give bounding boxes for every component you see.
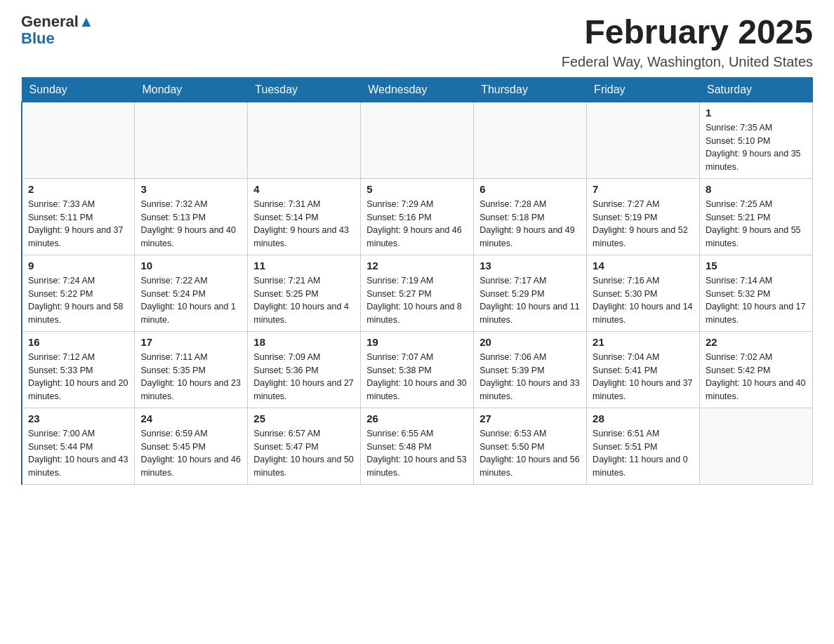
day-number: 1 bbox=[706, 107, 807, 119]
calendar-table: SundayMondayTuesdayWednesdayThursdayFrid… bbox=[21, 77, 813, 485]
calendar-cell: 19Sunrise: 7:07 AMSunset: 5:38 PMDayligh… bbox=[361, 331, 474, 408]
calendar-cell: 24Sunrise: 6:59 AMSunset: 5:45 PMDayligh… bbox=[135, 408, 248, 484]
calendar-cell: 12Sunrise: 7:19 AMSunset: 5:27 PMDayligh… bbox=[361, 255, 474, 331]
calendar-week-row: 2Sunrise: 7:33 AMSunset: 5:11 PMDaylight… bbox=[22, 178, 813, 255]
day-number: 21 bbox=[593, 336, 694, 348]
calendar-week-row: 16Sunrise: 7:12 AMSunset: 5:33 PMDayligh… bbox=[22, 331, 813, 408]
day-number: 6 bbox=[479, 183, 581, 195]
calendar-cell: 28Sunrise: 6:51 AMSunset: 5:51 PMDayligh… bbox=[587, 408, 700, 484]
day-number: 14 bbox=[593, 260, 694, 271]
calendar-cell: 9Sunrise: 7:24 AMSunset: 5:22 PMDaylight… bbox=[22, 255, 135, 331]
calendar-cell: 20Sunrise: 7:06 AMSunset: 5:39 PMDayligh… bbox=[474, 331, 587, 408]
logo-general: General▲ bbox=[21, 14, 94, 29]
calendar-cell: 10Sunrise: 7:22 AMSunset: 5:24 PMDayligh… bbox=[135, 255, 248, 331]
calendar-cell bbox=[248, 102, 361, 178]
day-info: Sunrise: 7:00 AMSunset: 5:44 PMDaylight:… bbox=[28, 427, 128, 480]
day-info: Sunrise: 6:55 AMSunset: 5:48 PMDaylight:… bbox=[366, 427, 468, 480]
calendar-week-row: 9Sunrise: 7:24 AMSunset: 5:22 PMDaylight… bbox=[22, 255, 813, 331]
calendar-cell: 15Sunrise: 7:14 AMSunset: 5:32 PMDayligh… bbox=[700, 255, 813, 331]
day-number: 17 bbox=[140, 336, 241, 348]
calendar-cell: 7Sunrise: 7:27 AMSunset: 5:19 PMDaylight… bbox=[587, 178, 700, 255]
logo-triangle-icon: ▲ bbox=[79, 14, 94, 29]
calendar-cell: 11Sunrise: 7:21 AMSunset: 5:25 PMDayligh… bbox=[248, 255, 361, 331]
day-info: Sunrise: 6:51 AMSunset: 5:51 PMDaylight:… bbox=[593, 427, 694, 480]
calendar-cell: 18Sunrise: 7:09 AMSunset: 5:36 PMDayligh… bbox=[248, 331, 361, 408]
day-number: 15 bbox=[706, 260, 807, 271]
day-info: Sunrise: 7:33 AMSunset: 5:11 PMDaylight:… bbox=[28, 198, 128, 250]
calendar-cell: 25Sunrise: 6:57 AMSunset: 5:47 PMDayligh… bbox=[248, 408, 361, 484]
calendar-cell: 3Sunrise: 7:32 AMSunset: 5:13 PMDaylight… bbox=[135, 178, 248, 255]
day-number: 27 bbox=[479, 412, 581, 424]
month-title: February 2025 bbox=[562, 14, 813, 51]
calendar-cell: 27Sunrise: 6:53 AMSunset: 5:50 PMDayligh… bbox=[474, 408, 587, 484]
day-number: 16 bbox=[28, 336, 128, 348]
day-number: 9 bbox=[28, 260, 128, 271]
calendar-cell: 13Sunrise: 7:17 AMSunset: 5:29 PMDayligh… bbox=[474, 255, 587, 331]
day-info: Sunrise: 7:07 AMSunset: 5:38 PMDaylight:… bbox=[366, 351, 468, 403]
day-number: 10 bbox=[140, 260, 241, 271]
calendar-cell bbox=[22, 102, 135, 178]
calendar-cell bbox=[700, 408, 813, 484]
calendar-cell: 16Sunrise: 7:12 AMSunset: 5:33 PMDayligh… bbox=[22, 331, 135, 408]
calendar-day-header-monday: Monday bbox=[135, 77, 248, 102]
day-number: 28 bbox=[593, 412, 694, 424]
day-number: 20 bbox=[479, 336, 581, 348]
location: Federal Way, Washington, United States bbox=[562, 54, 813, 70]
day-info: Sunrise: 7:21 AMSunset: 5:25 PMDaylight:… bbox=[253, 274, 355, 327]
calendar-cell bbox=[135, 102, 248, 178]
day-number: 12 bbox=[366, 260, 468, 271]
calendar-header-row: SundayMondayTuesdayWednesdayThursdayFrid… bbox=[22, 77, 813, 102]
day-number: 24 bbox=[140, 412, 241, 424]
day-info: Sunrise: 7:06 AMSunset: 5:39 PMDaylight:… bbox=[479, 351, 581, 403]
calendar-cell bbox=[587, 102, 700, 178]
day-info: Sunrise: 7:32 AMSunset: 5:13 PMDaylight:… bbox=[140, 198, 241, 250]
day-number: 25 bbox=[253, 412, 355, 424]
title-section: February 2025 Federal Way, Washington, U… bbox=[562, 14, 813, 70]
calendar-cell: 23Sunrise: 7:00 AMSunset: 5:44 PMDayligh… bbox=[22, 408, 135, 484]
day-number: 18 bbox=[253, 336, 355, 348]
day-info: Sunrise: 7:12 AMSunset: 5:33 PMDaylight:… bbox=[28, 351, 128, 403]
day-number: 2 bbox=[28, 183, 128, 195]
calendar-day-header-thursday: Thursday bbox=[474, 77, 587, 102]
calendar-cell: 26Sunrise: 6:55 AMSunset: 5:48 PMDayligh… bbox=[361, 408, 474, 484]
calendar-week-row: 23Sunrise: 7:00 AMSunset: 5:44 PMDayligh… bbox=[22, 408, 813, 484]
calendar-day-header-tuesday: Tuesday bbox=[248, 77, 361, 102]
calendar-cell: 8Sunrise: 7:25 AMSunset: 5:21 PMDaylight… bbox=[700, 178, 813, 255]
day-info: Sunrise: 7:31 AMSunset: 5:14 PMDaylight:… bbox=[253, 198, 355, 250]
day-number: 5 bbox=[366, 183, 468, 195]
day-info: Sunrise: 6:53 AMSunset: 5:50 PMDaylight:… bbox=[479, 427, 581, 480]
calendar-cell: 17Sunrise: 7:11 AMSunset: 5:35 PMDayligh… bbox=[135, 331, 248, 408]
day-number: 13 bbox=[479, 260, 581, 271]
day-info: Sunrise: 7:11 AMSunset: 5:35 PMDaylight:… bbox=[140, 351, 241, 403]
calendar-cell bbox=[361, 102, 474, 178]
day-number: 23 bbox=[28, 412, 128, 424]
day-number: 26 bbox=[366, 412, 468, 424]
day-info: Sunrise: 7:27 AMSunset: 5:19 PMDaylight:… bbox=[593, 198, 694, 250]
calendar-cell: 5Sunrise: 7:29 AMSunset: 5:16 PMDaylight… bbox=[361, 178, 474, 255]
calendar-cell: 2Sunrise: 7:33 AMSunset: 5:11 PMDaylight… bbox=[22, 178, 135, 255]
day-info: Sunrise: 7:29 AMSunset: 5:16 PMDaylight:… bbox=[366, 198, 468, 250]
calendar-cell: 4Sunrise: 7:31 AMSunset: 5:14 PMDaylight… bbox=[248, 178, 361, 255]
day-info: Sunrise: 7:22 AMSunset: 5:24 PMDaylight:… bbox=[140, 274, 241, 327]
day-number: 8 bbox=[706, 183, 807, 195]
calendar-cell: 1Sunrise: 7:35 AMSunset: 5:10 PMDaylight… bbox=[700, 102, 813, 178]
logo: General▲ Blue bbox=[21, 14, 94, 46]
day-number: 7 bbox=[593, 183, 694, 195]
calendar-cell: 21Sunrise: 7:04 AMSunset: 5:41 PMDayligh… bbox=[587, 331, 700, 408]
page-header: General▲ Blue February 2025 Federal Way,… bbox=[21, 14, 813, 70]
calendar-day-header-friday: Friday bbox=[587, 77, 700, 102]
calendar-day-header-saturday: Saturday bbox=[700, 77, 813, 102]
day-info: Sunrise: 6:59 AMSunset: 5:45 PMDaylight:… bbox=[140, 427, 241, 480]
day-info: Sunrise: 7:16 AMSunset: 5:30 PMDaylight:… bbox=[593, 274, 694, 327]
calendar-week-row: 1Sunrise: 7:35 AMSunset: 5:10 PMDaylight… bbox=[22, 102, 813, 178]
day-info: Sunrise: 7:24 AMSunset: 5:22 PMDaylight:… bbox=[28, 274, 128, 327]
logo-blue: Blue bbox=[21, 31, 55, 46]
day-info: Sunrise: 7:25 AMSunset: 5:21 PMDaylight:… bbox=[706, 198, 807, 250]
day-info: Sunrise: 7:04 AMSunset: 5:41 PMDaylight:… bbox=[593, 351, 694, 403]
day-info: Sunrise: 7:14 AMSunset: 5:32 PMDaylight:… bbox=[706, 274, 807, 327]
calendar-day-header-sunday: Sunday bbox=[22, 77, 135, 102]
day-info: Sunrise: 7:19 AMSunset: 5:27 PMDaylight:… bbox=[366, 274, 468, 327]
day-info: Sunrise: 7:35 AMSunset: 5:10 PMDaylight:… bbox=[706, 121, 807, 174]
day-info: Sunrise: 7:28 AMSunset: 5:18 PMDaylight:… bbox=[479, 198, 581, 250]
day-number: 22 bbox=[706, 336, 807, 348]
